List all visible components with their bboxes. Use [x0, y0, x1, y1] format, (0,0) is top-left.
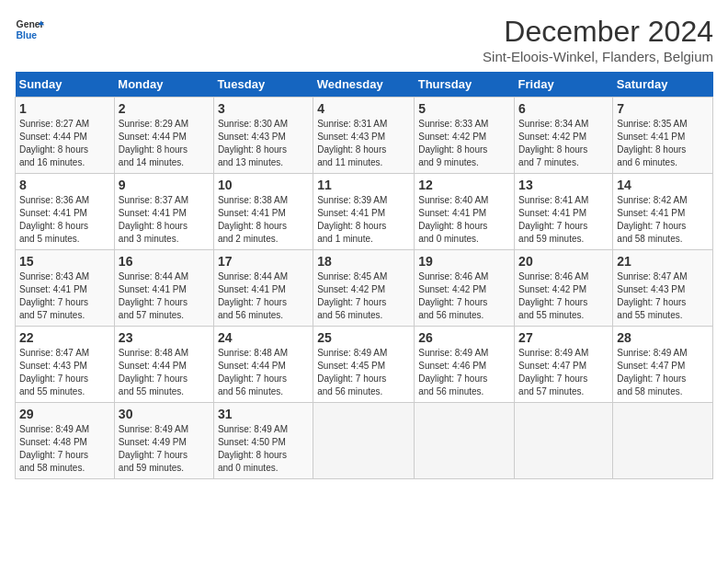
header: General Blue December 2024 Sint-Eloois-W… [15, 15, 713, 64]
calendar-cell: 15Sunrise: 8:43 AM Sunset: 4:41 PM Dayli… [16, 250, 115, 327]
day-info: Sunrise: 8:49 AM Sunset: 4:47 PM Dayligh… [518, 347, 609, 398]
weekday-header: Sunday [16, 72, 115, 98]
weekday-header-row: SundayMondayTuesdayWednesdayThursdayFrid… [16, 72, 713, 98]
day-number: 25 [317, 330, 410, 345]
calendar-cell: 2Sunrise: 8:29 AM Sunset: 4:44 PM Daylig… [114, 98, 213, 174]
calendar-cell [613, 403, 713, 479]
page-subtitle: Sint-Eloois-Winkel, Flanders, Belgium [483, 49, 713, 64]
day-info: Sunrise: 8:42 AM Sunset: 4:41 PM Dayligh… [617, 194, 709, 246]
calendar-cell: 26Sunrise: 8:49 AM Sunset: 4:46 PM Dayli… [415, 327, 515, 403]
calendar-cell: 18Sunrise: 8:45 AM Sunset: 4:42 PM Dayli… [313, 250, 415, 327]
day-number: 12 [418, 178, 510, 192]
calendar-cell: 23Sunrise: 8:48 AM Sunset: 4:44 PM Dayli… [114, 327, 213, 403]
day-number: 4 [317, 101, 410, 116]
calendar-cell: 1Sunrise: 8:27 AM Sunset: 4:44 PM Daylig… [16, 98, 115, 174]
day-number: 21 [617, 254, 709, 269]
day-number: 27 [518, 330, 609, 345]
day-info: Sunrise: 8:49 AM Sunset: 4:48 PM Dayligh… [19, 423, 110, 475]
day-number: 26 [418, 330, 510, 345]
page-title: December 2024 [483, 15, 713, 49]
day-info: Sunrise: 8:37 AM Sunset: 4:41 PM Dayligh… [119, 194, 210, 246]
calendar-cell: 24Sunrise: 8:48 AM Sunset: 4:44 PM Dayli… [213, 327, 313, 403]
day-number: 17 [218, 254, 309, 269]
calendar-cell: 20Sunrise: 8:46 AM Sunset: 4:42 PM Dayli… [515, 250, 613, 327]
calendar-cell: 21Sunrise: 8:47 AM Sunset: 4:43 PM Dayli… [613, 250, 713, 327]
day-info: Sunrise: 8:31 AM Sunset: 4:43 PM Dayligh… [317, 118, 410, 169]
day-number: 2 [119, 101, 210, 116]
day-number: 5 [418, 101, 510, 116]
calendar-cell: 19Sunrise: 8:46 AM Sunset: 4:42 PM Dayli… [415, 250, 515, 327]
day-number: 18 [317, 254, 410, 269]
day-info: Sunrise: 8:27 AM Sunset: 4:44 PM Dayligh… [19, 118, 110, 169]
calendar-cell: 4Sunrise: 8:31 AM Sunset: 4:43 PM Daylig… [313, 98, 415, 174]
day-info: Sunrise: 8:47 AM Sunset: 4:43 PM Dayligh… [19, 347, 110, 398]
day-info: Sunrise: 8:35 AM Sunset: 4:41 PM Dayligh… [617, 118, 709, 169]
day-number: 23 [119, 330, 210, 345]
calendar-cell: 13Sunrise: 8:41 AM Sunset: 4:41 PM Dayli… [515, 174, 613, 250]
day-info: Sunrise: 8:34 AM Sunset: 4:42 PM Dayligh… [518, 118, 609, 169]
day-number: 13 [518, 178, 609, 192]
calendar-cell: 29Sunrise: 8:49 AM Sunset: 4:48 PM Dayli… [16, 403, 115, 479]
day-info: Sunrise: 8:49 AM Sunset: 4:47 PM Dayligh… [617, 347, 709, 398]
day-info: Sunrise: 8:46 AM Sunset: 4:42 PM Dayligh… [418, 270, 510, 322]
day-info: Sunrise: 8:49 AM Sunset: 4:49 PM Dayligh… [119, 423, 210, 475]
calendar-cell: 7Sunrise: 8:35 AM Sunset: 4:41 PM Daylig… [613, 98, 713, 174]
day-number: 16 [119, 254, 210, 269]
calendar-cell: 16Sunrise: 8:44 AM Sunset: 4:41 PM Dayli… [114, 250, 213, 327]
day-number: 11 [317, 178, 410, 192]
calendar-cell: 17Sunrise: 8:44 AM Sunset: 4:41 PM Dayli… [213, 250, 313, 327]
day-info: Sunrise: 8:49 AM Sunset: 4:45 PM Dayligh… [317, 347, 410, 398]
day-number: 10 [218, 178, 309, 192]
calendar-cell [415, 403, 515, 479]
day-number: 14 [617, 178, 709, 192]
weekday-header: Tuesday [213, 72, 313, 98]
day-number: 22 [19, 330, 110, 345]
calendar-cell: 31Sunrise: 8:49 AM Sunset: 4:50 PM Dayli… [213, 403, 313, 479]
day-number: 3 [218, 101, 309, 116]
day-info: Sunrise: 8:40 AM Sunset: 4:41 PM Dayligh… [418, 194, 510, 246]
calendar-week-row: 1Sunrise: 8:27 AM Sunset: 4:44 PM Daylig… [16, 98, 713, 174]
calendar-cell: 8Sunrise: 8:36 AM Sunset: 4:41 PM Daylig… [16, 174, 115, 250]
day-number: 29 [19, 407, 110, 421]
calendar-cell: 14Sunrise: 8:42 AM Sunset: 4:41 PM Dayli… [613, 174, 713, 250]
calendar-cell: 6Sunrise: 8:34 AM Sunset: 4:42 PM Daylig… [515, 98, 613, 174]
calendar-week-row: 22Sunrise: 8:47 AM Sunset: 4:43 PM Dayli… [16, 327, 713, 403]
day-info: Sunrise: 8:33 AM Sunset: 4:42 PM Dayligh… [418, 118, 510, 169]
day-info: Sunrise: 8:39 AM Sunset: 4:41 PM Dayligh… [317, 194, 410, 246]
day-number: 15 [19, 254, 110, 269]
day-info: Sunrise: 8:48 AM Sunset: 4:44 PM Dayligh… [119, 347, 210, 398]
title-area: December 2024 Sint-Eloois-Winkel, Flande… [483, 15, 713, 64]
day-info: Sunrise: 8:45 AM Sunset: 4:42 PM Dayligh… [317, 270, 410, 322]
day-number: 9 [119, 178, 210, 192]
calendar-cell: 22Sunrise: 8:47 AM Sunset: 4:43 PM Dayli… [16, 327, 115, 403]
day-info: Sunrise: 8:49 AM Sunset: 4:50 PM Dayligh… [218, 423, 309, 475]
day-info: Sunrise: 8:43 AM Sunset: 4:41 PM Dayligh… [19, 270, 110, 322]
day-number: 28 [617, 330, 709, 345]
day-info: Sunrise: 8:47 AM Sunset: 4:43 PM Dayligh… [617, 270, 709, 322]
weekday-header: Friday [515, 72, 613, 98]
calendar-cell [313, 403, 415, 479]
day-info: Sunrise: 8:30 AM Sunset: 4:43 PM Dayligh… [218, 118, 309, 169]
day-info: Sunrise: 8:44 AM Sunset: 4:41 PM Dayligh… [119, 270, 210, 322]
day-number: 8 [19, 178, 110, 192]
day-info: Sunrise: 8:48 AM Sunset: 4:44 PM Dayligh… [218, 347, 309, 398]
calendar-cell [515, 403, 613, 479]
calendar-cell: 12Sunrise: 8:40 AM Sunset: 4:41 PM Dayli… [415, 174, 515, 250]
weekday-header: Monday [114, 72, 213, 98]
day-number: 6 [518, 101, 609, 116]
calendar-cell: 28Sunrise: 8:49 AM Sunset: 4:47 PM Dayli… [613, 327, 713, 403]
day-number: 20 [518, 254, 609, 269]
logo-icon: General Blue [15, 15, 44, 44]
calendar-cell: 5Sunrise: 8:33 AM Sunset: 4:42 PM Daylig… [415, 98, 515, 174]
day-info: Sunrise: 8:44 AM Sunset: 4:41 PM Dayligh… [218, 270, 309, 322]
day-info: Sunrise: 8:46 AM Sunset: 4:42 PM Dayligh… [518, 270, 609, 322]
day-number: 24 [218, 330, 309, 345]
day-info: Sunrise: 8:49 AM Sunset: 4:46 PM Dayligh… [418, 347, 510, 398]
calendar-cell: 30Sunrise: 8:49 AM Sunset: 4:49 PM Dayli… [114, 403, 213, 479]
day-number: 30 [119, 407, 210, 421]
calendar-week-row: 8Sunrise: 8:36 AM Sunset: 4:41 PM Daylig… [16, 174, 713, 250]
day-info: Sunrise: 8:29 AM Sunset: 4:44 PM Dayligh… [119, 118, 210, 169]
calendar-cell: 11Sunrise: 8:39 AM Sunset: 4:41 PM Dayli… [313, 174, 415, 250]
calendar-week-row: 15Sunrise: 8:43 AM Sunset: 4:41 PM Dayli… [16, 250, 713, 327]
day-number: 1 [19, 101, 110, 116]
